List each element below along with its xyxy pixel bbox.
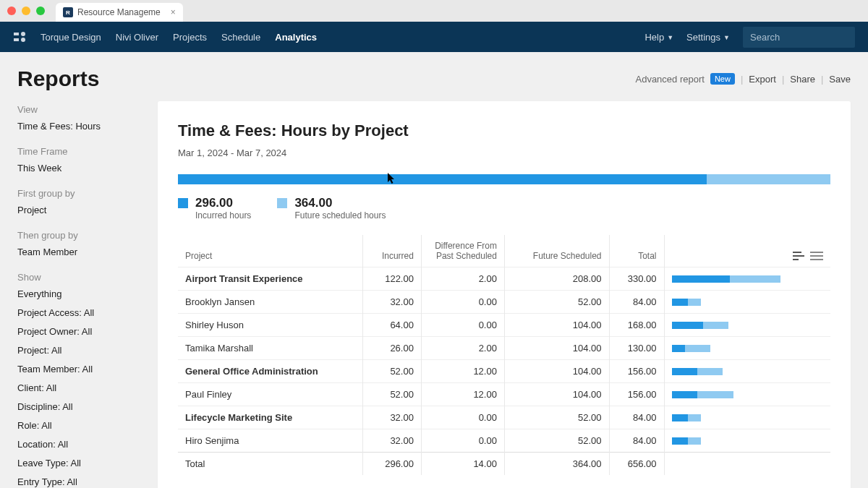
cell-future: 52.00 xyxy=(504,291,609,314)
nav-help[interactable]: Help▼ xyxy=(644,32,673,43)
cell-future: 52.00 xyxy=(504,406,609,429)
sidebar-timeframe-label: Time Frame xyxy=(17,146,140,157)
cell-incurred: 64.00 xyxy=(362,314,421,337)
row-bar-chart xyxy=(672,322,824,329)
table-row[interactable]: Hiro Senjima 32.00 0.00 52.00 84.00 xyxy=(178,429,830,453)
svg-rect-4 xyxy=(793,252,801,253)
bar-view-toggle-icon[interactable] xyxy=(793,251,806,261)
minimize-window-icon[interactable] xyxy=(22,7,30,15)
col-future[interactable]: Future Scheduled xyxy=(504,235,609,267)
export-button[interactable]: Export xyxy=(749,74,776,85)
cell-future: 104.00 xyxy=(504,360,609,383)
sidebar-then-group-label: Then group by xyxy=(17,230,140,241)
cell-total: 130.00 xyxy=(609,337,664,360)
browser-tab[interactable]: R Resource Manageme × xyxy=(56,3,183,22)
table-row[interactable]: Shirley Huson 64.00 0.00 104.00 168.00 xyxy=(178,314,830,337)
sidebar-timeframe-value[interactable]: This Week xyxy=(17,161,140,175)
table-row[interactable]: General Office Administration 52.00 12.0… xyxy=(178,360,830,383)
nav-help-label: Help xyxy=(644,32,664,43)
sidebar-first-group-value[interactable]: Project xyxy=(17,203,140,217)
cell-diff: 2.00 xyxy=(421,337,504,360)
separator: | xyxy=(741,74,743,85)
advanced-report-label[interactable]: Advanced report xyxy=(635,74,704,85)
table-row-total: Total 296.00 14.00 364.00 656.00 xyxy=(178,453,830,476)
maximize-window-icon[interactable] xyxy=(36,7,45,15)
filter-project[interactable]: Project: All xyxy=(17,343,140,357)
report-table: Project Incurred Difference From Past Sc… xyxy=(178,235,830,475)
cell-future: 52.00 xyxy=(504,429,609,453)
cell-future: 364.00 xyxy=(504,453,609,476)
filter-role[interactable]: Role: All xyxy=(17,419,140,432)
cell-incurred: 296.00 xyxy=(362,453,421,476)
cell-incurred: 32.00 xyxy=(362,291,421,314)
svg-point-3 xyxy=(21,38,25,42)
filter-project-access[interactable]: Project Access: All xyxy=(17,306,140,320)
filter-leave-type[interactable]: Leave Type: All xyxy=(17,456,140,470)
sidebar: View Time & Fees: Hours Time Frame This … xyxy=(17,101,140,488)
top-nav: Torque Design Nivi Oliver Projects Sched… xyxy=(0,22,868,52)
filter-discipline[interactable]: Discipline: All xyxy=(17,400,140,414)
cell-name: Lifecycle Marketing Site xyxy=(178,406,362,429)
nav-settings-label: Settings xyxy=(686,32,720,43)
save-button[interactable]: Save xyxy=(829,74,851,85)
filter-everything[interactable]: Everything xyxy=(17,287,140,301)
cell-total: 84.00 xyxy=(609,291,664,314)
svg-rect-9 xyxy=(810,259,823,260)
cell-name: Tamika Marshall xyxy=(178,337,362,360)
cell-future: 104.00 xyxy=(504,383,609,406)
separator: | xyxy=(821,74,823,85)
cell-diff: 12.00 xyxy=(421,383,504,406)
row-bar-chart xyxy=(672,275,824,283)
cell-name: Shirley Huson xyxy=(178,314,362,337)
tab-close-icon[interactable]: × xyxy=(171,7,176,17)
close-window-icon[interactable] xyxy=(7,7,16,15)
cell-diff: 0.00 xyxy=(421,406,504,429)
table-row[interactable]: Paul Finley 52.00 12.00 104.00 156.00 xyxy=(178,383,830,406)
legend-swatch-incurred-icon xyxy=(178,198,188,208)
legend-future: 364.00 Future scheduled hours xyxy=(277,196,386,221)
cell-total: 330.00 xyxy=(609,267,664,291)
filter-location[interactable]: Location: All xyxy=(17,437,140,451)
nav-analytics[interactable]: Analytics xyxy=(275,32,317,43)
svg-rect-5 xyxy=(793,255,804,257)
report-date-range: Mar 1, 2024 - Mar 7, 2024 xyxy=(178,147,830,158)
table-row[interactable]: Brooklyn Jansen 32.00 0.00 52.00 84.00 xyxy=(178,291,830,314)
cell-name: General Office Administration xyxy=(178,360,362,383)
legend-future-value: 364.00 xyxy=(294,196,386,210)
nav-projects[interactable]: Projects xyxy=(173,32,207,43)
row-bar-chart xyxy=(672,414,824,421)
filter-client[interactable]: Client: All xyxy=(17,381,140,395)
sidebar-show-label: Show xyxy=(17,272,140,283)
caret-down-icon: ▼ xyxy=(723,34,730,41)
table-row[interactable]: Tamika Marshall 26.00 2.00 104.00 130.00 xyxy=(178,337,830,360)
col-total[interactable]: Total xyxy=(609,235,664,267)
cell-total: 156.00 xyxy=(609,383,664,406)
search-input[interactable] xyxy=(743,27,855,48)
row-bar-chart xyxy=(672,391,824,398)
sidebar-then-group-value[interactable]: Team Member xyxy=(17,245,140,259)
row-bar-chart xyxy=(672,437,824,445)
filter-entry-type[interactable]: Entry Type: All xyxy=(17,475,140,488)
nav-org[interactable]: Torque Design xyxy=(41,32,101,43)
page-title: Reports xyxy=(17,67,99,91)
nav-schedule[interactable]: Schedule xyxy=(221,32,260,43)
cell-name: Hiro Senjima xyxy=(178,429,362,453)
filter-team-member[interactable]: Team Member: All xyxy=(17,362,140,376)
report-title: Time & Fees: Hours by Project xyxy=(178,121,830,140)
cell-diff: 12.00 xyxy=(421,360,504,383)
app-logo-icon[interactable] xyxy=(13,30,27,44)
filter-project-owner[interactable]: Project Owner: All xyxy=(17,325,140,338)
svg-rect-1 xyxy=(14,38,19,41)
col-incurred[interactable]: Incurred xyxy=(362,235,421,267)
table-row[interactable]: Lifecycle Marketing Site 32.00 0.00 52.0… xyxy=(178,406,830,429)
nav-settings[interactable]: Settings▼ xyxy=(686,32,730,43)
cell-total: 168.00 xyxy=(609,314,664,337)
table-row[interactable]: Airport Transit Experience 122.00 2.00 2… xyxy=(178,267,830,291)
cell-incurred: 52.00 xyxy=(362,383,421,406)
col-diff[interactable]: Difference From Past Scheduled xyxy=(421,235,504,267)
col-project[interactable]: Project xyxy=(178,235,362,267)
share-button[interactable]: Share xyxy=(790,74,815,85)
list-view-toggle-icon[interactable] xyxy=(810,251,823,261)
sidebar-view-value[interactable]: Time & Fees: Hours xyxy=(17,119,140,133)
nav-user[interactable]: Nivi Oliver xyxy=(116,32,158,43)
